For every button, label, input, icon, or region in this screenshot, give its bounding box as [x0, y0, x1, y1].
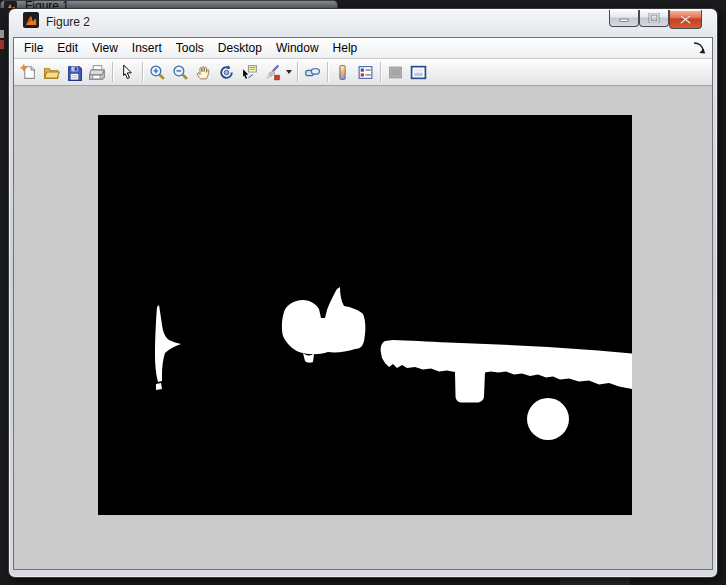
- hide-plot-tools-button[interactable]: [384, 61, 407, 83]
- close-button[interactable]: [669, 10, 702, 29]
- save-figure-button[interactable]: [63, 61, 86, 83]
- plot-tools-hide-icon: [387, 64, 404, 81]
- toolbar-separator: [112, 62, 113, 82]
- minimize-button[interactable]: [609, 10, 639, 27]
- maximize-button[interactable]: [639, 10, 669, 27]
- chevron-down-icon: [286, 70, 292, 74]
- client-area: File Edit View Insert Tools Desktop Wind…: [13, 37, 713, 570]
- window-title: Figure 2: [46, 15, 90, 29]
- menu-window[interactable]: Window: [269, 39, 326, 57]
- menu-insert[interactable]: Insert: [125, 39, 169, 57]
- close-icon: [680, 15, 691, 24]
- arrow-cursor-icon: [119, 64, 136, 81]
- open-folder-icon: [43, 64, 60, 81]
- matlab-logo-icon[interactable]: [23, 12, 39, 28]
- left-sliver-blob: [155, 305, 181, 390]
- minimize-icon: [618, 13, 630, 23]
- legend-icon: [357, 64, 374, 81]
- open-file-button[interactable]: [40, 61, 63, 83]
- menu-file[interactable]: File: [17, 39, 50, 57]
- chain-link-icon: [304, 64, 321, 81]
- zoom-out-button[interactable]: [169, 61, 192, 83]
- save-floppy-icon: [66, 64, 83, 81]
- figure-toolbar: [14, 59, 712, 86]
- new-figure-button[interactable]: [17, 61, 40, 83]
- brush-data-button[interactable]: [261, 61, 284, 83]
- pan-button[interactable]: [192, 61, 215, 83]
- titlebar[interactable]: Figure 2: [9, 9, 717, 37]
- zoom-in-icon: [149, 64, 166, 81]
- data-cursor-icon: [241, 64, 258, 81]
- colorbar-icon: [334, 64, 351, 81]
- menu-tools[interactable]: Tools: [169, 39, 211, 57]
- dock-figure-arrow-icon[interactable]: [692, 41, 706, 55]
- zoom-out-icon: [172, 64, 189, 81]
- menu-view[interactable]: View: [85, 39, 125, 57]
- toolbar-separator: [142, 62, 143, 82]
- show-plot-tools-dock-button[interactable]: [407, 61, 430, 83]
- plot-tools-dock-icon: [410, 64, 427, 81]
- insert-legend-button[interactable]: [354, 61, 377, 83]
- horizontal-bar-blob: [381, 340, 632, 403]
- rotate-icon: [218, 64, 235, 81]
- zoom-in-button[interactable]: [146, 61, 169, 83]
- insert-colorbar-button[interactable]: [331, 61, 354, 83]
- menu-help[interactable]: Help: [326, 39, 365, 57]
- new-document-icon: [20, 64, 37, 81]
- menu-edit[interactable]: Edit: [50, 39, 85, 57]
- figure-window: Figure 2 File Edi: [8, 8, 718, 578]
- toolbar-separator: [297, 62, 298, 82]
- figure-canvas: [14, 86, 712, 569]
- brush-dropdown-caret[interactable]: [284, 61, 294, 83]
- maximize-icon: [648, 13, 660, 23]
- background-window-icon-fragment: [0, 40, 4, 49]
- edit-plot-button[interactable]: [116, 61, 139, 83]
- rotate-3d-button[interactable]: [215, 61, 238, 83]
- toolbar-separator: [380, 62, 381, 82]
- hand-icon: [195, 64, 212, 81]
- binary-image: [98, 115, 632, 515]
- matlab-logo-icon: [4, 1, 17, 8]
- menu-bar: File Edit View Insert Tools Desktop Wind…: [14, 38, 712, 59]
- desktop-shadow-patch: [560, 578, 630, 585]
- ball-blob: [527, 398, 569, 440]
- printer-icon: [89, 64, 106, 81]
- menu-desktop[interactable]: Desktop: [211, 39, 269, 57]
- background-window-title: Figure 1: [25, 0, 69, 8]
- desktop: Figure 1 Figure 2: [0, 0, 726, 585]
- center-blob: [282, 287, 365, 363]
- link-plot-button[interactable]: [301, 61, 324, 83]
- toolbar-separator: [327, 62, 328, 82]
- brush-icon: [264, 64, 281, 81]
- print-figure-button[interactable]: [86, 61, 109, 83]
- data-cursor-button[interactable]: [238, 61, 261, 83]
- background-window-edge-fragment: [0, 30, 4, 38]
- binary-image-axes[interactable]: [98, 115, 632, 515]
- background-window-titlebar[interactable]: Figure 1: [0, 0, 338, 8]
